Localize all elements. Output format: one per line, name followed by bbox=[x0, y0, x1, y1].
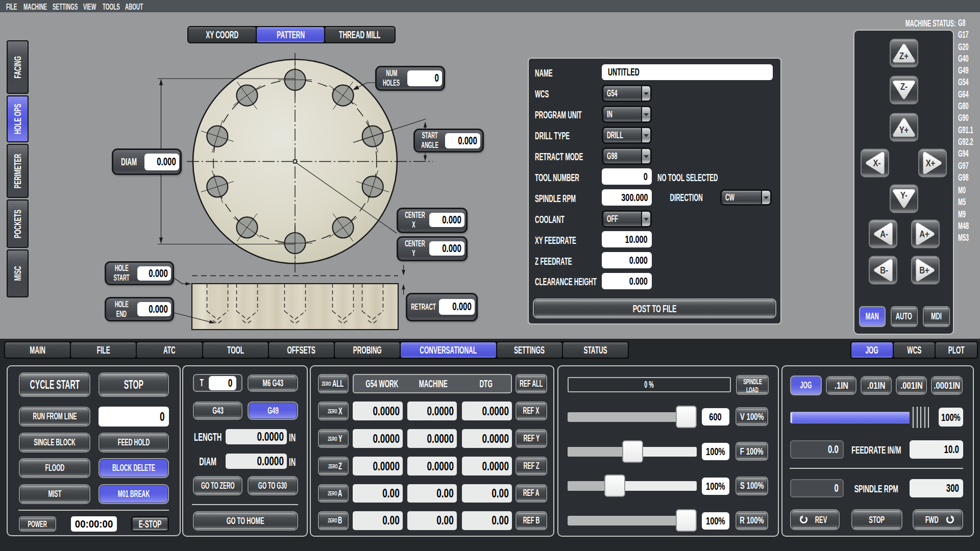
svg-text:A+: A+ bbox=[919, 229, 929, 239]
svg-text:B-: B- bbox=[880, 265, 888, 275]
svg-text:X+: X+ bbox=[926, 158, 936, 168]
svg-text:A-: A- bbox=[880, 229, 888, 239]
svg-text:B+: B+ bbox=[919, 265, 929, 275]
svg-text:X-: X- bbox=[873, 158, 881, 168]
svg-text:Z+: Z+ bbox=[899, 51, 909, 60]
svg-text:Y-: Y- bbox=[900, 190, 908, 200]
svg-text:Z-: Z- bbox=[900, 82, 908, 91]
svg-text:Y+: Y+ bbox=[899, 125, 909, 135]
